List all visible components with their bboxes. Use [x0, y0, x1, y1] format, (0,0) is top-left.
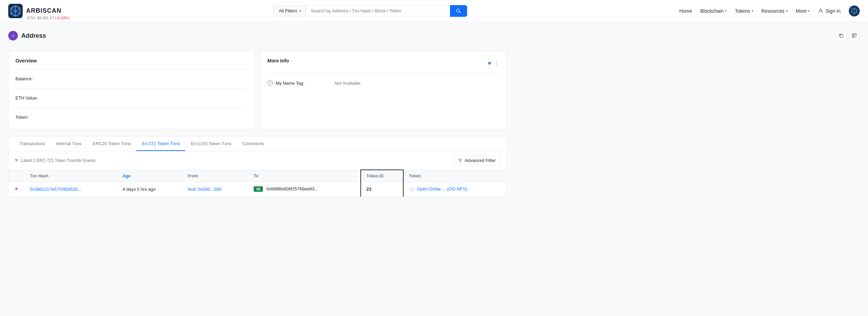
direction-badge: IN	[254, 186, 263, 192]
svg-rect-17	[856, 36, 857, 37]
svg-rect-15	[852, 36, 854, 38]
nav-tokens[interactable]: Tokens ▾	[735, 8, 753, 14]
svg-point-11	[12, 35, 14, 37]
copy-button[interactable]	[836, 30, 847, 41]
token-name-link[interactable]: Open Dollar ... (OD-NFV)	[417, 186, 467, 191]
col-header-eye	[9, 170, 24, 182]
main-content: Overview Balance: ETH Value: Token: More…	[0, 44, 515, 204]
advanced-filter-button[interactable]: Advanced Filter	[453, 155, 501, 165]
row-token-id-cell: 23	[361, 182, 403, 197]
eth-value-row: ETH Value:	[15, 93, 247, 103]
heart-button[interactable]: ♥	[488, 60, 491, 67]
col-header-from: From	[182, 170, 248, 182]
svg-rect-14	[855, 34, 856, 35]
more-info-header: More Info ♥ ⋮	[267, 58, 499, 69]
table-row: 👁 0x380c217e57f3958526... 4 days 5 hrs a…	[9, 182, 506, 197]
chevron-down-icon: ▾	[786, 9, 788, 13]
tab-erc20[interactable]: ERC20 Token Txns	[87, 137, 137, 151]
transactions-table: Txn Hash Age From To Token ID	[9, 169, 506, 197]
qr-icon	[852, 33, 857, 38]
more-info-card: More Info ♥ ⋮ ? My Name Tag: Not Availab…	[260, 51, 507, 130]
chevron-down-icon: ▾	[299, 9, 301, 13]
name-tag-value: Not Available	[335, 81, 361, 86]
age-value: 4 days 5 hrs ago	[123, 187, 155, 192]
txn-hash-link[interactable]: 0x380c217e57f3958526...	[30, 187, 81, 192]
arbiscan-small-icon	[851, 8, 858, 14]
eye-icon[interactable]: 👁	[14, 186, 19, 192]
tab-erc721[interactable]: Erc721 Token Txns	[136, 137, 185, 151]
name-tag-label: My Name Tag:	[276, 81, 304, 86]
col-header-txn-hash: Txn Hash	[24, 170, 117, 182]
svg-line-6	[459, 12, 461, 13]
address-avatar	[8, 31, 18, 40]
more-info-actions: ♥ ⋮	[488, 60, 500, 67]
token-id-value: 23	[367, 187, 371, 192]
token-label: Token:	[15, 115, 57, 120]
chevron-down-icon: ▾	[752, 9, 753, 13]
filter-icon	[14, 158, 19, 163]
cards-row: Overview Balance: ETH Value: Token: More…	[8, 51, 507, 130]
more-options-button[interactable]: ⋮	[494, 60, 499, 67]
svg-rect-18	[855, 37, 856, 38]
table-toolbar: Latest 2 ERC-721 Token Transfer Events A…	[9, 151, 506, 169]
search-icon	[456, 8, 461, 14]
advanced-filter-icon	[458, 158, 463, 163]
col-header-age: Age	[117, 170, 182, 182]
more-info-title: More Info	[267, 58, 289, 63]
token-icon	[409, 187, 415, 192]
tabs-bar: Transactions Internal Txns ERC20 Token T…	[9, 137, 506, 151]
search-button[interactable]	[450, 5, 467, 17]
logo-text: ARBISCAN	[26, 7, 61, 14]
tab-internal-txns[interactable]: Internal Txns	[50, 137, 87, 151]
row-eye-cell: 👁	[9, 182, 24, 197]
tab-erc1155[interactable]: Erc1155 Token Txns	[185, 137, 237, 151]
svg-point-7	[820, 9, 822, 11]
profile-avatar[interactable]	[849, 5, 860, 16]
user-icon	[818, 8, 823, 14]
token-row: Token:	[15, 112, 247, 122]
svg-rect-16	[855, 36, 856, 37]
chevron-down-icon: ▾	[808, 9, 810, 13]
col-header-to: To	[248, 170, 360, 182]
row-to-cell: IN 0x6686b806f25768ed43...	[248, 182, 360, 197]
copy-icon	[839, 33, 844, 38]
header: ARBISCAN ETH: $3,001.17 (-6.63%) All Fil…	[0, 0, 868, 22]
overview-card: Overview Balance: ETH Value: Token:	[8, 51, 255, 130]
help-icon: ?	[267, 80, 273, 86]
filter-dropdown[interactable]: All Filters ▾	[274, 5, 305, 16]
nav-area: Home Blockchain ▾ Tokens ▾ Resources ▾ M…	[679, 5, 860, 16]
chevron-down-icon: ▾	[725, 9, 727, 13]
table-summary: Latest 2 ERC-721 Token Transfer Events	[14, 158, 96, 163]
svg-rect-12	[840, 35, 843, 37]
balance-label: Balance:	[15, 76, 57, 81]
col-header-token: Token	[403, 170, 506, 182]
eth-value-label: ETH Value:	[15, 95, 57, 101]
nav-more[interactable]: More ▾	[796, 8, 810, 14]
address-header: Address	[8, 27, 860, 44]
from-link[interactable]: Null: 0x000...000	[188, 187, 221, 192]
sign-in-button[interactable]: Sign In	[818, 8, 841, 14]
address-icon-svg	[11, 33, 15, 38]
sub-header: Address	[0, 22, 868, 44]
tab-comments[interactable]: Comments	[237, 137, 269, 151]
svg-rect-13	[852, 34, 854, 35]
nav-blockchain[interactable]: Blockchain ▾	[701, 8, 727, 14]
balance-row: Balance:	[15, 73, 247, 84]
row-age-cell: 4 days 5 hrs ago	[117, 182, 182, 197]
row-token-cell: Open Dollar ... (OD-NFV)	[403, 182, 506, 197]
nav-home[interactable]: Home	[679, 8, 692, 14]
nav-resources[interactable]: Resources ▾	[762, 8, 788, 14]
tabs-section: Transactions Internal Txns ERC20 Token T…	[8, 137, 507, 197]
search-container: All Filters ▾	[274, 5, 467, 17]
col-header-token-id: Token ID	[361, 170, 403, 182]
tab-transactions[interactable]: Transactions	[14, 137, 50, 151]
name-tag-row: ? My Name Tag: Not Available	[267, 78, 499, 89]
svg-rect-19	[856, 37, 857, 38]
search-input[interactable]	[306, 5, 450, 16]
qr-button[interactable]	[849, 30, 860, 41]
logo-area: ARBISCAN ETH: $3,001.17 (-6.63%)	[8, 4, 61, 18]
row-txn-hash-cell: 0x380c217e57f3958526...	[24, 182, 117, 197]
page-title: Address	[21, 32, 46, 39]
arbiscan-logo-icon	[8, 4, 23, 18]
to-address: 0x6686b806f25768ed43...	[266, 186, 318, 191]
